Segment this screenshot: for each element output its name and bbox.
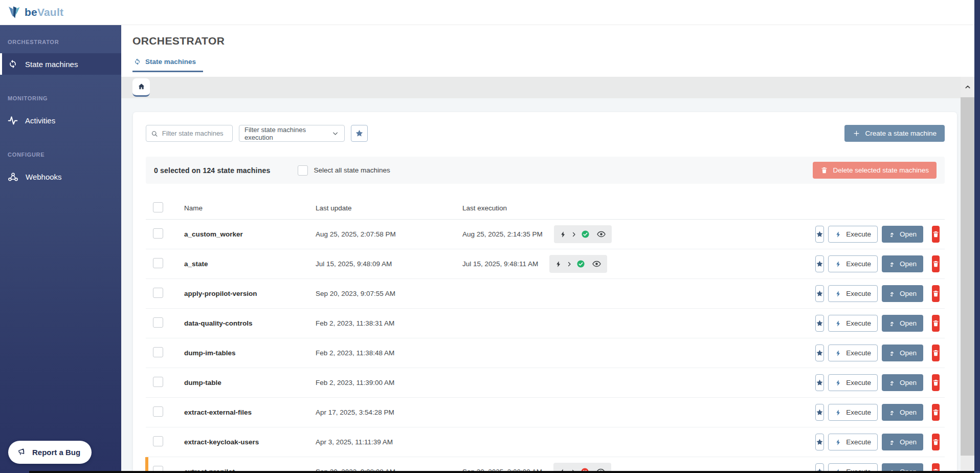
- last-update-value: Apr 3, 2025, 11:11:39 AM: [316, 438, 462, 446]
- sync-icon: [8, 59, 18, 69]
- delete-row-button[interactable]: [932, 255, 940, 272]
- delete-row-button[interactable]: [932, 345, 940, 361]
- report-bug-button[interactable]: Report a Bug: [8, 441, 92, 464]
- bolt-icon: [835, 231, 842, 238]
- open-arrow-icon: [888, 439, 896, 446]
- last-execution-value: Aug 25, 2025, 2:14:35 PM: [462, 230, 543, 238]
- open-button[interactable]: Open: [882, 434, 923, 450]
- chevron-right-icon: [571, 231, 577, 238]
- row-select-checkbox[interactable]: [153, 347, 163, 357]
- favorite-button[interactable]: [815, 226, 824, 243]
- create-state-machine-button[interactable]: Create a state machine: [844, 125, 945, 142]
- open-arrow-icon: [888, 409, 896, 416]
- trash-icon: [932, 230, 940, 238]
- bolt-icon: [835, 290, 842, 297]
- search-input[interactable]: [162, 130, 228, 137]
- execute-button[interactable]: Execute: [828, 404, 878, 421]
- vertical-scrollbar[interactable]: [961, 77, 974, 473]
- execution-filter-value: Filter state machines execution: [244, 126, 331, 141]
- eye-icon[interactable]: [596, 229, 606, 239]
- execute-button[interactable]: Execute: [828, 315, 878, 332]
- sync-icon: [133, 58, 141, 66]
- open-button-label: Open: [900, 438, 917, 446]
- open-button[interactable]: Open: [882, 404, 923, 421]
- execute-button-label: Execute: [846, 349, 871, 357]
- open-button[interactable]: Open: [882, 255, 923, 272]
- open-arrow-icon: [888, 290, 896, 297]
- trash-icon: [932, 349, 940, 357]
- brand-logo: beVault: [7, 5, 63, 20]
- home-tab-button[interactable]: [132, 78, 150, 97]
- open-button[interactable]: Open: [882, 345, 923, 361]
- favorite-button[interactable]: [815, 315, 824, 332]
- table-row: extract-external-files Apr 17, 2025, 3:5…: [146, 398, 945, 427]
- row-select-checkbox[interactable]: [153, 258, 163, 268]
- open-arrow-icon: [888, 261, 896, 268]
- row-select-checkbox[interactable]: [153, 317, 163, 328]
- sidebar: ORCHESTRATOR State machines MONITORING A…: [0, 25, 121, 473]
- execution-status-chip[interactable]: [549, 255, 607, 273]
- header-select-checkbox[interactable]: [153, 202, 163, 212]
- open-button[interactable]: Open: [882, 315, 923, 332]
- main-area: ORCHESTRATOR State machines Filter state…: [121, 25, 980, 473]
- success-status-icon: [581, 230, 590, 239]
- select-all-checkbox[interactable]: [298, 165, 308, 176]
- favorite-button[interactable]: [815, 374, 824, 391]
- row-select-checkbox[interactable]: [153, 228, 163, 239]
- sidebar-item-webhooks[interactable]: Webhooks: [0, 166, 121, 187]
- state-machines-table: Name Last update Last execution a_custom…: [146, 197, 945, 473]
- favorite-button[interactable]: [815, 285, 824, 302]
- open-button[interactable]: Open: [882, 285, 923, 302]
- table-row: dump-im-tables Feb 2, 2023, 11:38:48 AM …: [146, 338, 945, 368]
- delete-row-button[interactable]: [932, 285, 940, 302]
- state-machine-name: data-quality-controls: [184, 319, 316, 327]
- delete-row-button[interactable]: [932, 315, 940, 332]
- execute-button[interactable]: Execute: [828, 434, 878, 450]
- trash-icon: [932, 408, 940, 416]
- sidebar-item-activities[interactable]: Activities: [0, 110, 121, 131]
- brand-name: beVault: [25, 6, 63, 18]
- window-right-edge: [974, 0, 980, 473]
- sidebar-section-label: CONFIGURE: [0, 152, 121, 158]
- open-button[interactable]: Open: [882, 374, 923, 391]
- table-row: a_state Jul 15, 2025, 9:48:09 AM Jul 15,…: [146, 249, 945, 279]
- delete-row-button[interactable]: [932, 404, 940, 421]
- state-machine-name: a_state: [184, 260, 316, 268]
- row-select-checkbox[interactable]: [153, 288, 163, 298]
- execute-button[interactable]: Execute: [828, 374, 878, 391]
- row-select-checkbox[interactable]: [153, 377, 163, 387]
- favorite-button[interactable]: [815, 404, 824, 421]
- execute-button[interactable]: Execute: [828, 255, 878, 272]
- sidebar-item-state-machines[interactable]: State machines: [0, 53, 121, 75]
- execute-button[interactable]: Execute: [828, 345, 878, 361]
- execute-button[interactable]: Execute: [828, 226, 878, 243]
- execution-filter-select[interactable]: Filter state machines execution: [239, 125, 345, 142]
- state-machine-name: a_custom_worker: [184, 230, 316, 238]
- scroll-up-button[interactable]: [961, 77, 974, 97]
- delete-button-label: Delete selected state machines: [833, 166, 929, 174]
- delete-selected-button[interactable]: Delete selected state machines: [813, 162, 937, 179]
- favorite-button[interactable]: [815, 345, 824, 361]
- execution-status-chip[interactable]: [554, 225, 612, 243]
- table-row: extract-keycloak-users Apr 3, 2025, 11:1…: [146, 427, 945, 457]
- favorite-button[interactable]: [815, 434, 824, 450]
- trash-icon: [932, 260, 940, 268]
- favorite-button[interactable]: [815, 255, 824, 272]
- delete-row-button[interactable]: [932, 226, 940, 243]
- state-machine-name: dump-im-tables: [184, 349, 316, 357]
- favorites-filter-button[interactable]: [351, 125, 368, 142]
- tab-state-machines[interactable]: State machines: [132, 58, 203, 72]
- row-select-checkbox[interactable]: [153, 436, 163, 446]
- delete-row-button[interactable]: [932, 374, 940, 391]
- scrollbar-thumb[interactable]: [961, 97, 974, 456]
- row-select-checkbox[interactable]: [153, 406, 163, 417]
- execute-button[interactable]: Execute: [828, 285, 878, 302]
- sidebar-section-label: MONITORING: [0, 95, 121, 101]
- eye-icon[interactable]: [592, 259, 602, 269]
- open-button[interactable]: Open: [882, 226, 923, 243]
- trash-icon: [932, 319, 940, 327]
- sidebar-section-orchestrator: ORCHESTRATOR State machines: [0, 39, 121, 75]
- delete-row-button[interactable]: [932, 434, 940, 450]
- row-actions: Execute Open: [822, 285, 945, 302]
- filter-search-field[interactable]: [146, 125, 233, 142]
